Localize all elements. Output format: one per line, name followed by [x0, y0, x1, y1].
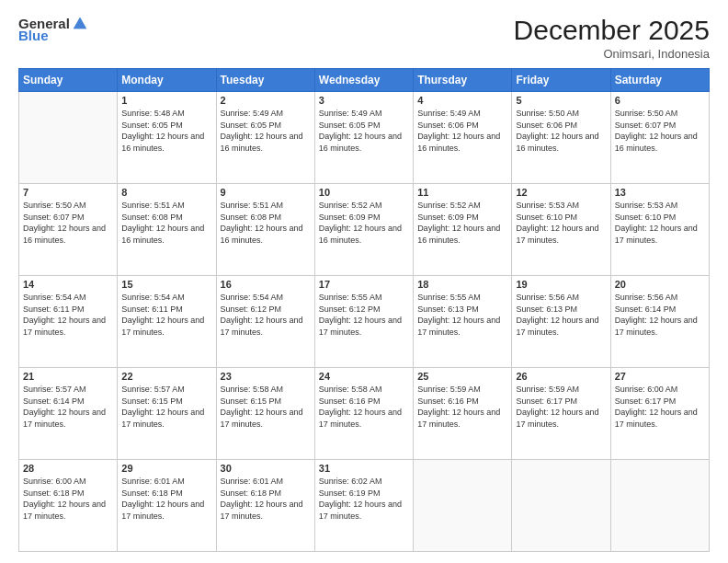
calendar-day-header: Thursday: [414, 69, 512, 92]
calendar-cell: 1Sunrise: 5:48 AM Sunset: 6:05 PM Daylig…: [118, 92, 216, 184]
day-info: Sunrise: 5:56 AM Sunset: 6:14 PM Dayligh…: [615, 292, 705, 338]
calendar-cell: 19Sunrise: 5:56 AM Sunset: 6:13 PM Dayli…: [512, 276, 610, 368]
day-number: 24: [319, 371, 409, 382]
day-info: Sunrise: 6:02 AM Sunset: 6:19 PM Dayligh…: [319, 476, 409, 522]
calendar-cell: 5Sunrise: 5:50 AM Sunset: 6:06 PM Daylig…: [512, 92, 610, 184]
day-info: Sunrise: 5:58 AM Sunset: 6:16 PM Dayligh…: [319, 384, 409, 430]
day-number: 13: [615, 187, 705, 198]
calendar-cell: 10Sunrise: 5:52 AM Sunset: 6:09 PM Dayli…: [314, 184, 413, 276]
calendar-cell: 12Sunrise: 5:53 AM Sunset: 6:10 PM Dayli…: [512, 184, 610, 276]
svg-marker-1: [74, 17, 86, 29]
day-number: 2: [221, 95, 311, 106]
day-info: Sunrise: 5:58 AM Sunset: 6:15 PM Dayligh…: [221, 384, 311, 430]
main-title: December 2025: [514, 15, 710, 45]
day-number: 7: [23, 187, 113, 198]
day-number: 25: [417, 371, 507, 382]
day-number: 10: [319, 187, 409, 198]
day-number: 26: [516, 371, 606, 382]
day-number: 28: [23, 463, 113, 474]
calendar-day-header: Friday: [512, 69, 610, 92]
day-number: 6: [615, 95, 705, 106]
header: General Blue December 2025 Onimsari, Ind…: [18, 15, 710, 61]
calendar-cell: 16Sunrise: 5:54 AM Sunset: 6:12 PM Dayli…: [216, 276, 314, 368]
day-number: 31: [319, 463, 409, 474]
day-number: 19: [516, 279, 606, 290]
day-info: Sunrise: 6:01 AM Sunset: 6:18 PM Dayligh…: [121, 476, 211, 522]
day-info: Sunrise: 5:54 AM Sunset: 6:11 PM Dayligh…: [23, 292, 113, 338]
day-info: Sunrise: 5:53 AM Sunset: 6:10 PM Dayligh…: [615, 200, 705, 246]
day-info: Sunrise: 6:00 AM Sunset: 6:17 PM Dayligh…: [615, 384, 705, 430]
day-info: Sunrise: 5:49 AM Sunset: 6:06 PM Dayligh…: [417, 108, 507, 154]
day-number: 1: [121, 95, 211, 106]
day-number: 16: [221, 279, 311, 290]
day-number: 30: [221, 463, 311, 474]
calendar-cell: 15Sunrise: 5:54 AM Sunset: 6:11 PM Dayli…: [118, 276, 216, 368]
day-info: Sunrise: 5:56 AM Sunset: 6:13 PM Dayligh…: [516, 292, 606, 338]
calendar-cell: 17Sunrise: 5:55 AM Sunset: 6:12 PM Dayli…: [314, 276, 413, 368]
calendar-cell: 24Sunrise: 5:58 AM Sunset: 6:16 PM Dayli…: [314, 368, 413, 460]
calendar-cell: 22Sunrise: 5:57 AM Sunset: 6:15 PM Dayli…: [118, 368, 216, 460]
subtitle: Onimsari, Indonesia: [514, 47, 710, 61]
calendar-day-header: Tuesday: [216, 69, 314, 92]
day-info: Sunrise: 5:49 AM Sunset: 6:05 PM Dayligh…: [319, 108, 409, 154]
day-number: 23: [221, 371, 311, 382]
day-info: Sunrise: 5:55 AM Sunset: 6:12 PM Dayligh…: [319, 292, 409, 338]
day-info: Sunrise: 5:49 AM Sunset: 6:05 PM Dayligh…: [221, 108, 311, 154]
calendar-week-row: 21Sunrise: 5:57 AM Sunset: 6:14 PM Dayli…: [19, 368, 710, 460]
logo-icon: [72, 15, 88, 31]
day-info: Sunrise: 5:59 AM Sunset: 6:17 PM Dayligh…: [516, 384, 606, 430]
calendar-day-header: Wednesday: [314, 69, 413, 92]
calendar-cell: 29Sunrise: 6:01 AM Sunset: 6:18 PM Dayli…: [118, 460, 216, 552]
calendar-cell: 11Sunrise: 5:52 AM Sunset: 6:09 PM Dayli…: [414, 184, 512, 276]
day-number: 20: [615, 279, 705, 290]
calendar-header-row: SundayMondayTuesdayWednesdayThursdayFrid…: [19, 69, 710, 92]
day-info: Sunrise: 5:52 AM Sunset: 6:09 PM Dayligh…: [319, 200, 409, 246]
day-info: Sunrise: 5:59 AM Sunset: 6:16 PM Dayligh…: [417, 384, 507, 430]
calendar-cell: 20Sunrise: 5:56 AM Sunset: 6:14 PM Dayli…: [610, 276, 709, 368]
day-info: Sunrise: 5:51 AM Sunset: 6:08 PM Dayligh…: [221, 200, 311, 246]
day-number: 14: [23, 279, 113, 290]
calendar-cell: [610, 460, 709, 552]
calendar-body: 1Sunrise: 5:48 AM Sunset: 6:05 PM Daylig…: [19, 92, 710, 552]
day-info: Sunrise: 5:50 AM Sunset: 6:06 PM Dayligh…: [516, 108, 606, 154]
calendar-cell: 31Sunrise: 6:02 AM Sunset: 6:19 PM Dayli…: [314, 460, 413, 552]
logo: General Blue: [18, 15, 88, 43]
calendar-cell: 21Sunrise: 5:57 AM Sunset: 6:14 PM Dayli…: [19, 368, 118, 460]
calendar-cell: 6Sunrise: 5:50 AM Sunset: 6:07 PM Daylig…: [610, 92, 709, 184]
calendar-cell: 23Sunrise: 5:58 AM Sunset: 6:15 PM Dayli…: [216, 368, 314, 460]
calendar-cell: 25Sunrise: 5:59 AM Sunset: 6:16 PM Dayli…: [414, 368, 512, 460]
calendar-cell: 7Sunrise: 5:50 AM Sunset: 6:07 PM Daylig…: [19, 184, 118, 276]
day-number: 5: [516, 95, 606, 106]
calendar-cell: 18Sunrise: 5:55 AM Sunset: 6:13 PM Dayli…: [414, 276, 512, 368]
calendar-day-header: Sunday: [19, 69, 118, 92]
logo-blue-text: Blue: [18, 28, 49, 43]
day-number: 21: [23, 371, 113, 382]
day-number: 12: [516, 187, 606, 198]
day-number: 29: [121, 463, 211, 474]
day-number: 11: [417, 187, 507, 198]
calendar-day-header: Monday: [118, 69, 216, 92]
calendar-cell: 2Sunrise: 5:49 AM Sunset: 6:05 PM Daylig…: [216, 92, 314, 184]
day-number: 8: [121, 187, 211, 198]
calendar-cell: 9Sunrise: 5:51 AM Sunset: 6:08 PM Daylig…: [216, 184, 314, 276]
calendar-cell: [512, 460, 610, 552]
calendar-cell: 27Sunrise: 6:00 AM Sunset: 6:17 PM Dayli…: [610, 368, 709, 460]
day-number: 3: [319, 95, 409, 106]
day-number: 18: [417, 279, 507, 290]
day-info: Sunrise: 5:57 AM Sunset: 6:15 PM Dayligh…: [121, 384, 211, 430]
calendar-cell: 4Sunrise: 5:49 AM Sunset: 6:06 PM Daylig…: [414, 92, 512, 184]
calendar-cell: 30Sunrise: 6:01 AM Sunset: 6:18 PM Dayli…: [216, 460, 314, 552]
calendar-week-row: 14Sunrise: 5:54 AM Sunset: 6:11 PM Dayli…: [19, 276, 710, 368]
day-info: Sunrise: 5:50 AM Sunset: 6:07 PM Dayligh…: [23, 200, 113, 246]
day-info: Sunrise: 5:54 AM Sunset: 6:12 PM Dayligh…: [221, 292, 311, 338]
day-number: 9: [221, 187, 311, 198]
calendar-cell: 26Sunrise: 5:59 AM Sunset: 6:17 PM Dayli…: [512, 368, 610, 460]
calendar-day-header: Saturday: [610, 69, 709, 92]
day-number: 22: [121, 371, 211, 382]
calendar-week-row: 7Sunrise: 5:50 AM Sunset: 6:07 PM Daylig…: [19, 184, 710, 276]
day-info: Sunrise: 5:51 AM Sunset: 6:08 PM Dayligh…: [121, 200, 211, 246]
day-info: Sunrise: 5:48 AM Sunset: 6:05 PM Dayligh…: [121, 108, 211, 154]
calendar-cell: 28Sunrise: 6:00 AM Sunset: 6:18 PM Dayli…: [19, 460, 118, 552]
day-info: Sunrise: 5:53 AM Sunset: 6:10 PM Dayligh…: [516, 200, 606, 246]
title-block: December 2025 Onimsari, Indonesia: [514, 15, 710, 61]
